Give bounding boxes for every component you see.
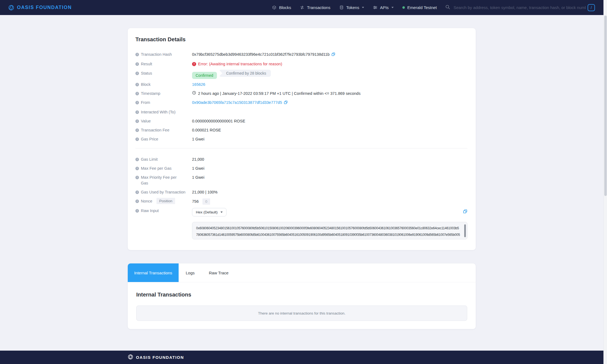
tab-raw-trace[interactable]: Raw Trace	[202, 263, 236, 282]
nav-links: Blocks Transactions Tokens	[272, 5, 437, 10]
row-label-text: Block	[141, 82, 150, 87]
raw-input-hex[interactable]: 0x608060405234801561001057600080fd5b5061…	[192, 222, 467, 239]
search-icon	[445, 4, 450, 11]
row-max-fee: iMax Fee per Gas 1 Gwei	[135, 164, 467, 173]
empty-state: There are no internal transactions for t…	[136, 306, 467, 321]
raw-input-encoding-select[interactable]: Hex (Default)	[192, 208, 226, 216]
nav-item-blocks[interactable]: Blocks	[272, 5, 291, 10]
row-result: iResult !Error: (Awaiting internal trans…	[135, 60, 467, 69]
chevron-down-icon	[220, 212, 223, 213]
info-icon[interactable]: i	[135, 158, 139, 161]
row-label-text: Timestamp	[141, 91, 160, 96]
row-label-text: Max Priority Fee per Gas	[141, 175, 182, 186]
result-error-text: Error: (Awaiting internal transactions f…	[198, 61, 282, 67]
nav-item-apis[interactable]: APIs	[373, 5, 394, 10]
nav-label: Blocks	[279, 5, 291, 10]
info-icon[interactable]: i	[135, 167, 139, 170]
info-icon[interactable]: i	[135, 209, 139, 213]
info-icon[interactable]: i	[135, 92, 139, 95]
row-from: iFrom 0x90ade3b7065fa715c7a150313877df1d…	[135, 98, 467, 108]
row-label-text: Transaction Fee	[141, 127, 169, 133]
encoding-label: Hex (Default)	[196, 210, 218, 214]
tab-internal-transactions[interactable]: Internal Transactions	[128, 263, 179, 282]
info-icon[interactable]: i	[135, 137, 139, 141]
nav-item-tokens[interactable]: Tokens	[339, 5, 364, 10]
info-icon[interactable]: i	[135, 119, 139, 123]
gas-limit-value: 21,000	[192, 157, 204, 162]
transaction-tabs-card: Internal Transactions Logs Raw Trace Int…	[128, 263, 476, 329]
cube-icon	[272, 5, 277, 10]
row-transaction-hash: iTransaction Hash 0x79bcf365275dbeb3d994…	[135, 50, 467, 60]
row-label-text: Status	[141, 71, 152, 76]
row-block: iBlock 165626	[135, 80, 467, 89]
footer-brand[interactable]: OASIS FOUNDATION	[128, 351, 184, 364]
info-icon[interactable]: i	[135, 72, 139, 75]
nav-item-network[interactable]: Emerald Testnet	[402, 5, 437, 10]
gas-price-value: 1 Gwei	[192, 137, 204, 141]
row-label-text: Result	[141, 61, 152, 67]
raw-input-text: 0x608060405234801561001057600080fd5b5061…	[196, 226, 460, 239]
info-icon[interactable]: i	[135, 199, 139, 203]
row-nonce: iNoncePosition 7560	[135, 197, 467, 206]
row-transaction-fee: iTransaction Fee 0.000021 ROSE	[135, 126, 467, 135]
info-icon[interactable]: i	[135, 62, 139, 66]
timestamp-value: 2 hours ago | January-17-2022 03:59:17 P…	[198, 91, 361, 96]
navbar: OASIS FOUNDATION Blocks Transactions	[0, 0, 607, 15]
chevron-down-icon	[391, 7, 394, 8]
info-icon[interactable]: i	[135, 190, 139, 194]
nav-label: Emerald Testnet	[407, 5, 437, 10]
max-fee-value: 1 Gwei	[192, 166, 204, 171]
row-label-text: From	[141, 100, 150, 105]
empty-state-message: There are no internal transactions for t…	[258, 311, 345, 315]
tab-logs[interactable]: Logs	[179, 263, 202, 282]
row-label-text: Max Fee per Gas	[141, 166, 172, 171]
page-scrollbar-thumb[interactable]	[604, 16, 607, 196]
row-gas-limit: iGas Limit 21,000	[135, 155, 467, 164]
chevron-down-icon	[362, 7, 364, 8]
transaction-details-card: Transaction Details iTransaction Hash 0x…	[128, 28, 476, 250]
internal-transactions-panel: Internal Transactions There are no inter…	[128, 282, 476, 329]
tab-bar: Internal Transactions Logs Raw Trace	[128, 263, 476, 282]
info-icon[interactable]: i	[135, 101, 139, 104]
page-scrollbar[interactable]	[603, 0, 607, 364]
row-interacted-with: iInteracted With (To)	[135, 108, 467, 117]
row-raw-input: iRaw Input Hex (Default) 0x6080604052348…	[135, 206, 467, 241]
from-address-link[interactable]: 0x90ade3b7065fa715c7a150313877df1d33e777…	[192, 100, 282, 105]
nonce-value: 756	[192, 199, 199, 204]
brand-logo[interactable]: OASIS FOUNDATION	[8, 5, 72, 11]
raw-input-scrollbar-thumb[interactable]	[464, 224, 466, 237]
footer: OASIS FOUNDATION	[0, 351, 607, 364]
row-label-text: Raw Input	[141, 208, 159, 214]
search-input[interactable]	[450, 4, 595, 11]
position-value-badge: 0	[202, 198, 210, 205]
internal-transactions-title: Internal Transactions	[136, 292, 467, 298]
copy-icon[interactable]	[331, 52, 335, 58]
row-label-text: Gas Price	[141, 136, 158, 142]
copy-icon[interactable]	[284, 100, 288, 106]
row-timestamp: iTimestamp 2 hours ago | January-17-2022…	[135, 89, 467, 98]
row-gas-used: iGas Used by Transaction 21,000 | 100%	[135, 188, 467, 197]
block-number-link[interactable]: 165626	[192, 82, 205, 87]
info-icon[interactable]: i	[135, 53, 139, 56]
keyboard-shortcut-badge: /	[588, 4, 595, 11]
position-badge: Position	[156, 198, 175, 204]
max-priority-fee-value: 1 Gwei	[192, 175, 204, 180]
row-label-text: Gas Limit	[141, 157, 158, 162]
search-bar: /	[445, 4, 595, 11]
main-content: Transaction Details iTransaction Hash 0x…	[128, 28, 476, 329]
status-badge: Confirmed	[192, 72, 217, 79]
info-icon[interactable]: i	[135, 83, 139, 86]
nav-item-transactions[interactable]: Transactions	[300, 5, 330, 10]
copy-icon[interactable]	[463, 209, 467, 215]
transfer-arrows-icon	[300, 5, 304, 10]
footer-brand-text: OASIS FOUNDATION	[136, 355, 184, 360]
row-gas-price: iGas Price 1 Gwei	[135, 135, 467, 144]
error-icon: !	[192, 62, 196, 66]
nav-label: Transactions	[307, 5, 330, 10]
info-icon[interactable]: i	[135, 128, 139, 132]
value-amount: 0.00000000000000001 ROSE	[192, 119, 245, 123]
confirmations-badge: Confirmed by 28 blocks	[219, 70, 271, 77]
info-icon[interactable]: i	[135, 176, 139, 179]
page-title: Transaction Details	[135, 36, 467, 43]
info-icon[interactable]: i	[135, 110, 139, 114]
